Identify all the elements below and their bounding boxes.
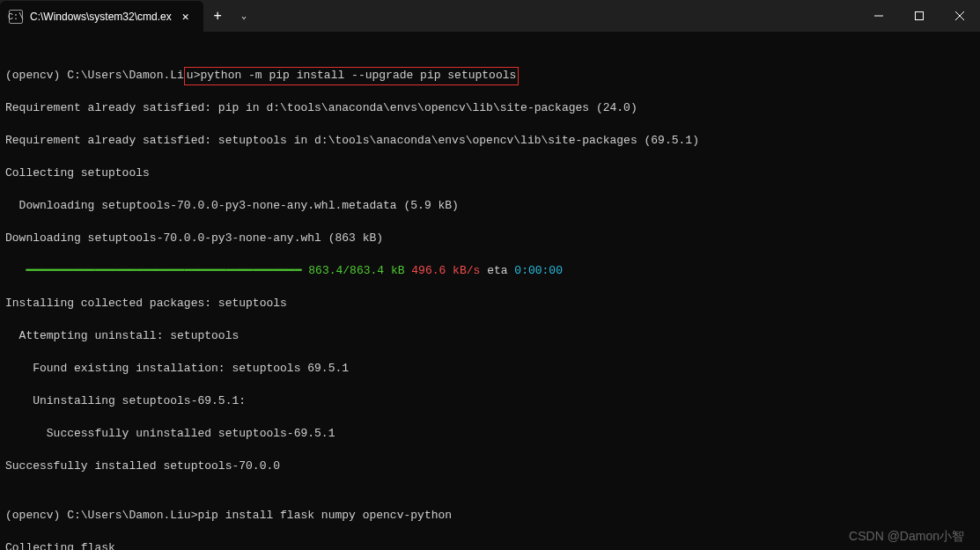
output-line: Downloading setuptools-70.0.0-py3-none-a… — [5, 198, 975, 215]
progress-line: ━━━━━━━━━━━━━━━━━━━━━━━━━━━━━━━━━━━━━━━━… — [5, 263, 975, 280]
tab-cmd[interactable]: C:\ C:\Windows\system32\cmd.ex ✕ — [0, 1, 203, 33]
output-line: Collecting setuptools — [5, 165, 975, 182]
svg-rect-1 — [916, 12, 924, 20]
highlighted-command: u>python -m pip install --upgrade pip se… — [184, 67, 519, 85]
progress-speed: 496.6 kB/s — [405, 264, 481, 277]
progress-size: 863.4/863.4 kB — [301, 264, 404, 277]
output-line: Requirement already satisfied: setuptool… — [5, 133, 975, 150]
close-button[interactable] — [939, 0, 980, 32]
prompt-prefix: (opencv) C:\Users\Damon.Li — [5, 69, 184, 82]
terminal-output[interactable]: (opencv) C:\Users\Damon.Liu>python -m pi… — [0, 32, 980, 550]
output-line: Successfully uninstalled setuptools-69.5… — [5, 426, 975, 443]
maximize-icon — [915, 11, 924, 20]
close-icon — [955, 11, 964, 20]
cmd-icon: C:\ — [9, 10, 23, 24]
minimize-button[interactable] — [858, 0, 899, 32]
output-line: Installing collected packages: setuptool… — [5, 296, 975, 312]
output-line: Collecting flask — [5, 540, 975, 551]
prompt-line: (opencv) C:\Users\Damon.Liu>python -m pi… — [5, 68, 975, 84]
tab-close-button[interactable]: ✕ — [179, 8, 193, 26]
watermark: CSDN @Damon小智 — [849, 529, 964, 545]
title-bar: C:\ C:\Windows\system32\cmd.ex ✕ + ⌄ — [0, 0, 980, 32]
minimize-icon — [874, 11, 883, 20]
progress-eta: 0:00:00 — [514, 264, 563, 277]
output-line: Uninstalling setuptools-69.5.1: — [5, 393, 975, 410]
progress-eta-label: eta — [480, 264, 514, 277]
maximize-button[interactable] — [899, 0, 939, 32]
output-line: Found existing installation: setuptools … — [5, 361, 975, 378]
output-line: Successfully installed setuptools-70.0.0 — [5, 458, 975, 475]
output-line: Requirement already satisfied: pip in d:… — [5, 100, 975, 117]
prompt-line: (opencv) C:\Users\Damon.Liu>pip install … — [5, 508, 975, 524]
output-line: Attempting uninstall: setuptools — [5, 328, 975, 345]
new-tab-button[interactable]: + — [203, 8, 232, 24]
tab-dropdown-button[interactable]: ⌄ — [232, 11, 255, 21]
output-line: Downloading setuptools-70.0.0-py3-none-a… — [5, 231, 975, 247]
progress-bar: ━━━━━━━━━━━━━━━━━━━━━━━━━━━━━━━━━━━━━━━━ — [5, 264, 301, 277]
tab-title: C:\Windows\system32\cmd.ex — [30, 11, 172, 23]
